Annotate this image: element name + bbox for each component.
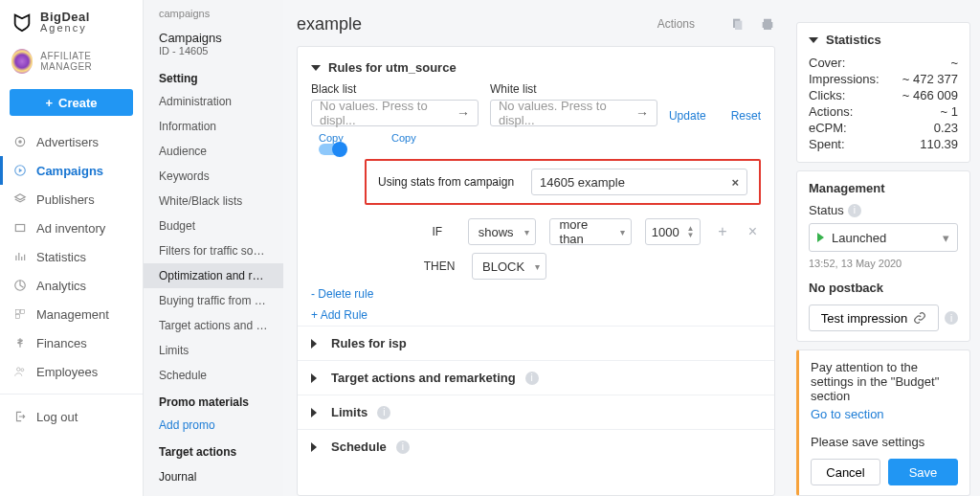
nav-statistics[interactable]: Statistics xyxy=(0,242,143,271)
sub-add-promo[interactable]: Add promo xyxy=(144,413,283,438)
notice-link[interactable]: Go to section xyxy=(811,407,958,421)
section-limits[interactable]: Limits i xyxy=(298,395,774,429)
brand-logo-icon xyxy=(11,11,33,33)
section-target-actions[interactable]: Target actions and remarketing i xyxy=(298,360,774,395)
subnav-title: Campaigns xyxy=(144,25,283,45)
remove-condition[interactable]: × xyxy=(745,223,761,240)
sub-filters[interactable]: Filters for traffic sour... xyxy=(144,238,283,263)
sub-administration[interactable]: Administration xyxy=(144,89,283,114)
action-select[interactable]: BLOCK▾ xyxy=(472,253,546,280)
placeholder: No values. Press to displ... xyxy=(320,99,451,127)
nav-publishers[interactable]: Publishers xyxy=(0,185,143,214)
section-label: Rules for utm_source xyxy=(328,60,457,75)
logout-icon xyxy=(13,410,27,423)
add-rule[interactable]: + Add Rule xyxy=(298,304,774,326)
primary-nav: BigDeal Agency AFFILIATE MANAGER + Creat… xyxy=(0,0,144,496)
nav-logout[interactable]: Log out xyxy=(0,402,143,431)
update-link[interactable]: Update xyxy=(669,109,706,123)
group-promo: Promo materials xyxy=(144,388,283,413)
status-value: Launched xyxy=(832,231,886,245)
nav-analytics[interactable]: Analytics xyxy=(0,271,143,300)
metric-select[interactable]: shows▾ xyxy=(468,218,536,245)
sub-whiteblack[interactable]: White/Black lists xyxy=(144,189,283,214)
group-journal[interactable]: Journal xyxy=(144,462,283,487)
expand-icon xyxy=(311,373,322,383)
nav-finances[interactable]: Finances xyxy=(0,328,143,357)
nav-label: Employees xyxy=(36,365,98,379)
nav-campaigns[interactable]: Campaigns xyxy=(0,156,143,185)
page-title: example xyxy=(297,14,657,34)
group-requests[interactable]: Request logs xyxy=(144,487,283,496)
chevron-down-icon: ▾ xyxy=(620,227,625,237)
info-icon[interactable]: i xyxy=(396,440,410,454)
plus-icon: + xyxy=(45,96,53,110)
budget-notice: Pay attention to the settings in the "Bu… xyxy=(796,349,970,496)
nav-label: Advertisers xyxy=(36,135,99,149)
value-input[interactable]: 1000▲▼ xyxy=(645,218,702,245)
reset-link[interactable]: Reset xyxy=(731,109,761,123)
nav-advertisers[interactable]: Advertisers xyxy=(0,127,143,156)
create-label: Create xyxy=(58,96,97,110)
nav-ad-inventory[interactable]: Ad inventory xyxy=(0,214,143,242)
sub-optimization[interactable]: Optimization and rules xyxy=(144,263,283,288)
group-target[interactable]: Target actions xyxy=(144,438,283,462)
test-impression-button[interactable]: Test impression xyxy=(809,304,939,331)
stats-card: Statistics Cover:~ Impressions:~ 472 377… xyxy=(796,22,970,163)
info-icon[interactable]: i xyxy=(945,311,958,325)
stats-title: Statistics xyxy=(826,33,881,47)
rules-isp[interactable]: Rules for isp xyxy=(298,326,774,360)
sub-target-actions[interactable]: Target actions and re... xyxy=(144,313,283,338)
avatar xyxy=(11,49,33,74)
sub-audience[interactable]: Audience xyxy=(144,139,283,164)
nav-management[interactable]: Management xyxy=(0,300,143,328)
add-condition[interactable]: + xyxy=(714,223,730,240)
nav-employees[interactable]: Employees xyxy=(0,357,143,386)
sub-keywords[interactable]: Keywords xyxy=(144,164,283,189)
no-postback: No postback xyxy=(809,281,958,295)
actions-menu[interactable]: Actions xyxy=(657,17,695,31)
status-select[interactable]: Launched ▾ xyxy=(809,223,958,252)
stepper-icon[interactable]: ▲▼ xyxy=(686,225,694,238)
sub-schedule[interactable]: Schedule xyxy=(144,363,283,388)
section-label: Schedule xyxy=(331,440,387,454)
info-icon[interactable]: i xyxy=(848,204,861,217)
section-schedule[interactable]: Schedule i xyxy=(298,429,774,463)
operator-select[interactable]: more than▾ xyxy=(549,218,632,245)
info-icon[interactable]: i xyxy=(377,406,390,419)
sub-limits[interactable]: Limits xyxy=(144,338,283,363)
nav-label: Management xyxy=(36,307,109,322)
sub-buying[interactable]: Buying traffic from S... xyxy=(144,288,283,313)
svg-rect-5 xyxy=(15,309,19,313)
expand-icon xyxy=(311,408,322,417)
campaign-select[interactable]: 14605 example × xyxy=(531,169,747,195)
separator xyxy=(0,394,143,395)
sub-budget[interactable]: Budget xyxy=(144,214,283,238)
white-list-input[interactable]: No values. Press to displ... → xyxy=(490,100,657,126)
print-icon[interactable] xyxy=(760,16,775,32)
delete-rule[interactable]: - Delete rule xyxy=(298,283,774,304)
main-header: example Actions xyxy=(297,8,775,40)
brand-sub: Agency xyxy=(40,22,90,34)
if-label: IF xyxy=(420,225,455,238)
cancel-button[interactable]: Cancel xyxy=(811,459,880,485)
management-icon xyxy=(13,307,27,321)
collapse-icon xyxy=(311,65,321,71)
info-icon[interactable]: i xyxy=(525,372,539,385)
management-card: Management Statusi Launched ▾ 13:52, 13 … xyxy=(796,170,970,342)
black-list-input[interactable]: No values. Press to displ... → xyxy=(311,100,479,126)
copy-toggle[interactable] xyxy=(319,144,345,155)
clear-icon[interactable]: × xyxy=(731,175,739,190)
play-circle-icon xyxy=(13,164,27,177)
create-button[interactable]: + Create xyxy=(10,89,133,116)
save-button[interactable]: Save xyxy=(888,459,958,485)
section-label: Limits xyxy=(331,405,368,419)
copy-link-2[interactable]: Copy xyxy=(391,132,416,144)
copy-icon[interactable] xyxy=(729,16,745,32)
nav-label: Ad inventory xyxy=(36,221,105,236)
then-label: THEN xyxy=(420,259,458,273)
sub-information[interactable]: Information xyxy=(144,114,283,139)
mgmt-title: Management xyxy=(809,181,958,195)
breadcrumb[interactable]: campaigns xyxy=(144,8,283,25)
rules-utm-title[interactable]: Rules for utm_source xyxy=(298,56,774,82)
save-warning: Please save settings xyxy=(811,435,958,449)
